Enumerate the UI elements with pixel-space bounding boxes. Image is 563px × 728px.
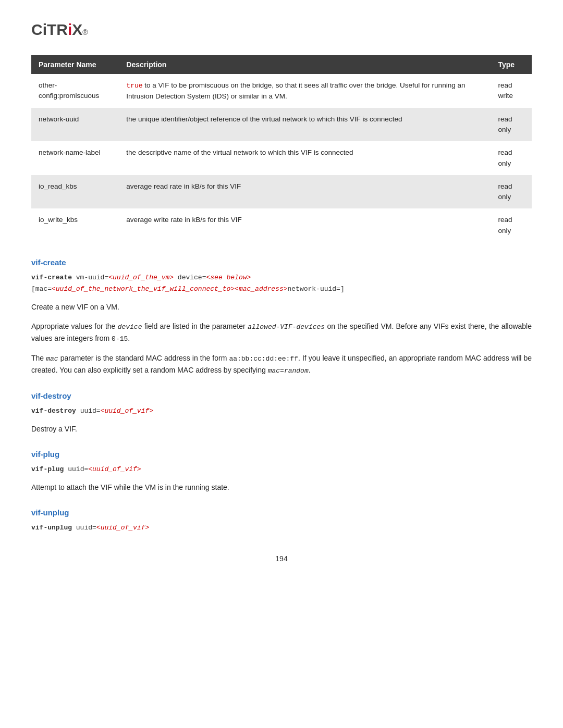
col-header-description: Description — [119, 55, 491, 74]
paragraph: Destroy a VIF. — [31, 423, 532, 435]
table-row: network-name-labelthe descriptive name o… — [31, 141, 532, 175]
type-cell: read only — [491, 108, 532, 142]
desc-cell: average read rate in kB/s for this VIF — [119, 175, 491, 209]
param-cell: other-config:promiscuous — [31, 74, 119, 108]
parameter-table: Parameter Name Description Type other-co… — [31, 55, 532, 242]
type-cell: read write — [491, 74, 532, 108]
command-block-vif-destroy: vif-destroy uuid=<uuid_of_vif> — [31, 405, 532, 417]
logo-registered: ® — [82, 28, 88, 36]
type-cell: read only — [491, 141, 532, 175]
param-cell: network-uuid — [31, 108, 119, 142]
table-header-row: Parameter Name Description Type — [31, 55, 532, 74]
param-cell: network-name-label — [31, 141, 119, 175]
section-title-vif-plug: vif-plug — [31, 450, 532, 459]
paragraph: Create a new VIF on a VM. — [31, 301, 532, 313]
table-row: io_write_kbsaverage write rate in kB/s f… — [31, 208, 532, 242]
page-number: 194 — [31, 554, 532, 563]
desc-cell: the descriptive name of the virtual netw… — [119, 141, 491, 175]
type-cell: read only — [491, 208, 532, 242]
command-block-vif-unplug: vif-unplug uuid=<uuid_of_vif> — [31, 522, 532, 534]
section-title-vif-destroy: vif-destroy — [31, 391, 532, 400]
table-row: network-uuidthe unique identifier/object… — [31, 108, 532, 142]
command-block-vif-create: vif-create vm-uuid=<uuid_of_the_vm> devi… — [31, 272, 532, 295]
command-block-vif-plug: vif-plug uuid=<uuid_of_vif> — [31, 464, 532, 475]
logo-text-x: X — [72, 21, 82, 39]
param-cell: io_write_kbs — [31, 208, 119, 242]
citrix-logo: CiTRiX® — [31, 21, 532, 39]
desc-cell: true to a VIF to be promiscuous on the b… — [119, 74, 491, 108]
section-title-vif-create: vif-create — [31, 258, 532, 267]
desc-cell: average write rate in kB/s for this VIF — [119, 208, 491, 242]
logo-text-ci: CiTR — [31, 21, 68, 39]
paragraph: Appropriate values for the device field … — [31, 320, 532, 345]
paragraph: Attempt to attach the VIF while the VM i… — [31, 482, 532, 493]
logo-text-t: i — [68, 21, 72, 39]
table-row: io_read_kbsaverage read rate in kB/s for… — [31, 175, 532, 209]
desc-cell: the unique identifier/object reference o… — [119, 108, 491, 142]
table-row: other-config:promiscuoustrue to a VIF to… — [31, 74, 532, 108]
section-title-vif-unplug: vif-unplug — [31, 508, 532, 517]
col-header-type: Type — [491, 55, 532, 74]
type-cell: read only — [491, 175, 532, 209]
param-cell: io_read_kbs — [31, 175, 119, 209]
paragraph: The mac parameter is the standard MAC ad… — [31, 352, 532, 377]
col-header-parameter: Parameter Name — [31, 55, 119, 74]
